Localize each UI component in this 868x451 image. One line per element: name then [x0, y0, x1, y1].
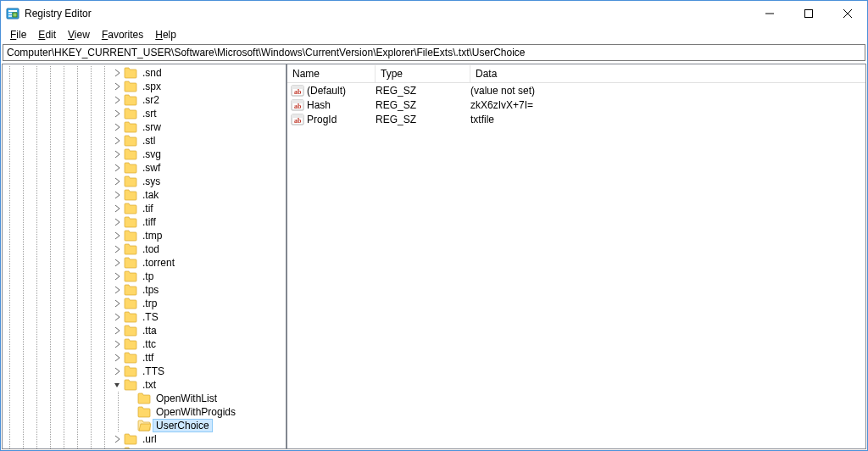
tree-node-label[interactable]: .txt: [140, 379, 159, 391]
tree-node-label[interactable]: .tta: [140, 325, 159, 337]
tree-node[interactable]: OpenWithList: [3, 392, 286, 405]
minimize-button[interactable]: [750, 1, 789, 26]
tree-node-label[interactable]: .TS: [140, 311, 161, 323]
tree-node-label[interactable]: .tps: [140, 284, 161, 296]
tree-node[interactable]: .tiff: [3, 215, 286, 229]
tree-node-label[interactable]: .ttf: [140, 352, 156, 364]
tree-node[interactable]: .trp: [3, 297, 286, 310]
expander-closed-icon[interactable]: [111, 188, 123, 202]
menu-help[interactable]: Help: [149, 27, 182, 42]
expander-closed-icon[interactable]: [111, 256, 123, 270]
tree-node-label[interactable]: .tiff: [140, 216, 159, 228]
expander-closed-icon[interactable]: [111, 242, 123, 256]
tree-node-label[interactable]: .url: [140, 433, 159, 445]
tree-node[interactable]: .snd: [3, 66, 286, 80]
value-row[interactable]: (Default)REG_SZ(value not set): [287, 83, 865, 97]
tree-node[interactable]: .vcf: [3, 446, 286, 448]
column-header-type[interactable]: Type: [376, 65, 470, 82]
expander-closed-icon[interactable]: [111, 175, 123, 188]
column-header-data[interactable]: Data: [470, 65, 865, 82]
tree-node[interactable]: .srt: [3, 107, 286, 120]
tree-node-label[interactable]: .tak: [140, 189, 161, 201]
tree-node[interactable]: .sys: [3, 175, 286, 188]
tree-node-label[interactable]: .TTS: [140, 365, 167, 377]
address-bar[interactable]: Computer\HKEY_CURRENT_USER\Software\Micr…: [3, 44, 865, 61]
expander-closed-icon[interactable]: [111, 107, 123, 120]
tree-node[interactable]: .tif: [3, 202, 286, 215]
expander-closed-icon[interactable]: [111, 229, 123, 242]
expander-closed-icon[interactable]: [111, 66, 123, 80]
expander-closed-icon[interactable]: [111, 283, 123, 297]
column-header-name[interactable]: Name: [287, 65, 376, 82]
tree-node-label[interactable]: .stl: [140, 135, 158, 147]
expander-closed-icon[interactable]: [111, 446, 123, 448]
expander-open-icon[interactable]: [111, 378, 123, 392]
expander-closed-icon[interactable]: [111, 215, 123, 229]
expander-closed-icon[interactable]: [111, 310, 123, 324]
tree-node-label[interactable]: .srw: [140, 121, 164, 133]
value-row[interactable]: HashREG_SZzkX6zIvX+7I=: [287, 97, 865, 112]
tree-node[interactable]: .tps: [3, 283, 286, 297]
menu-file[interactable]: File: [4, 27, 32, 42]
tree-node-label[interactable]: .tod: [140, 243, 162, 255]
tree-node[interactable]: .tta: [3, 324, 286, 337]
tree-node-label[interactable]: .vcf: [140, 447, 161, 448]
tree-node[interactable]: .svg: [3, 148, 286, 161]
tree-node[interactable]: .url: [3, 432, 286, 446]
expander-closed-icon[interactable]: [111, 93, 123, 107]
expander-closed-icon[interactable]: [111, 134, 123, 148]
expander-closed-icon[interactable]: [111, 202, 123, 215]
tree-node[interactable]: .srw: [3, 120, 286, 134]
expander-closed-icon[interactable]: [111, 270, 123, 283]
expander-closed-icon[interactable]: [111, 120, 123, 134]
tree-node-label[interactable]: .sr2: [140, 94, 162, 106]
tree-node[interactable]: .txt: [3, 378, 286, 392]
tree-node-label[interactable]: OpenWithProgids: [153, 406, 238, 418]
expander-closed-icon[interactable]: [111, 432, 123, 446]
menu-favorites[interactable]: Favorites: [96, 27, 149, 42]
tree-node[interactable]: .tp: [3, 270, 286, 283]
tree-node-label[interactable]: UserChoice: [153, 420, 212, 432]
tree-node[interactable]: .tak: [3, 188, 286, 202]
tree-node[interactable]: .sr2: [3, 93, 286, 107]
tree-node[interactable]: .stl: [3, 134, 286, 148]
tree-node[interactable]: .ttf: [3, 351, 286, 365]
tree-scroll[interactable]: .snd.spx.sr2.srt.srw.stl.svg.swf.sys.tak…: [3, 64, 286, 448]
tree-node[interactable]: OpenWithProgids: [3, 405, 286, 419]
maximize-button[interactable]: [789, 1, 828, 26]
value-row[interactable]: ProgIdREG_SZtxtfile: [287, 112, 865, 126]
tree-node-label[interactable]: .swf: [140, 162, 163, 174]
tree-node-label[interactable]: .tmp: [140, 230, 164, 242]
tree-node[interactable]: .swf: [3, 161, 286, 175]
expander-closed-icon[interactable]: [111, 351, 123, 365]
expander-closed-icon[interactable]: [111, 337, 123, 351]
tree-node-label[interactable]: .trp: [140, 298, 159, 309]
tree-node[interactable]: .ttc: [3, 337, 286, 351]
tree-node[interactable]: .TTS: [3, 365, 286, 378]
tree-node-label[interactable]: .spx: [140, 81, 164, 92]
close-button[interactable]: [828, 1, 867, 26]
tree-node-label[interactable]: .torrent: [140, 257, 177, 269]
tree-node[interactable]: UserChoice: [3, 419, 286, 432]
expander-closed-icon[interactable]: [111, 161, 123, 175]
tree-node[interactable]: .spx: [3, 80, 286, 93]
tree-node[interactable]: .tmp: [3, 229, 286, 242]
tree-node-label[interactable]: OpenWithList: [153, 393, 220, 404]
tree-node-label[interactable]: .tp: [140, 270, 156, 282]
menu-edit[interactable]: Edit: [32, 27, 62, 42]
tree-node-label[interactable]: .snd: [140, 67, 164, 79]
tree-node-label[interactable]: .tif: [140, 203, 156, 214]
tree-node-label[interactable]: .ttc: [140, 338, 159, 350]
expander-closed-icon[interactable]: [111, 148, 123, 161]
tree-node-label[interactable]: .srt: [140, 108, 159, 120]
expander-closed-icon[interactable]: [111, 365, 123, 378]
tree-node[interactable]: .TS: [3, 310, 286, 324]
tree-node-label[interactable]: .svg: [140, 148, 164, 160]
tree-node[interactable]: .torrent: [3, 256, 286, 270]
menu-view[interactable]: View: [62, 27, 96, 42]
tree-node-label[interactable]: .sys: [140, 175, 163, 187]
tree-node[interactable]: .tod: [3, 242, 286, 256]
expander-closed-icon[interactable]: [111, 80, 123, 93]
expander-closed-icon[interactable]: [111, 324, 123, 337]
expander-closed-icon[interactable]: [111, 297, 123, 310]
